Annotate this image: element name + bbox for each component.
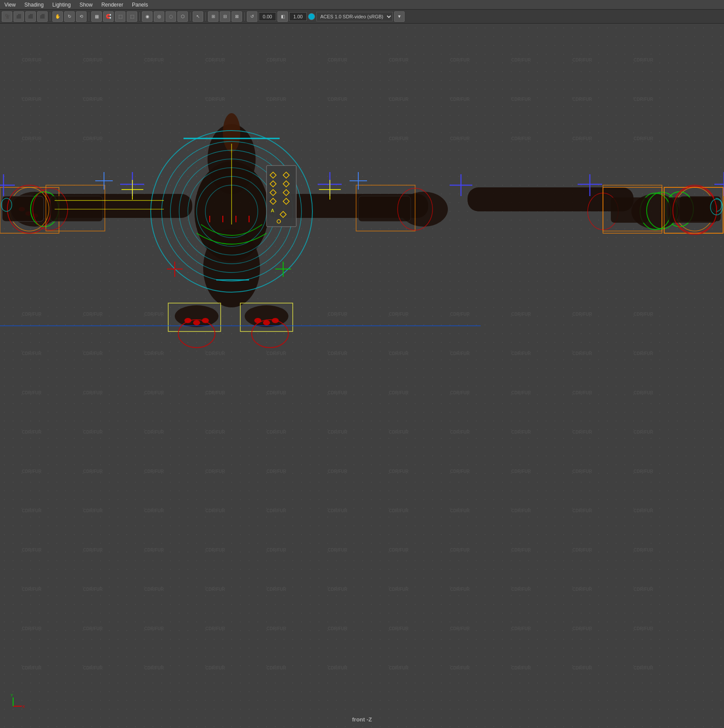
axis-indicator: X Y (9, 689, 31, 711)
toolbar-btn-d[interactable]: ◎ (154, 11, 164, 22)
svg-rect-31 (50, 196, 103, 221)
toolbar-btn-camera[interactable]: 🎥 (2, 11, 12, 22)
toolbar: 🎥 ⬛ ⬛ ⬛ ✋ ↻ ⟲ ▦ 🧲 ⬚ ⬚ ◉ ◎ ◌ ⬡ ↖ ⊞ ⊟ ⊠ ↺ … (0, 10, 724, 24)
toolbar-input-1[interactable]: 0.00 (259, 12, 276, 21)
view-label: front -Z (352, 716, 372, 723)
toolbar-btn-scale[interactable]: ⟲ (76, 11, 87, 22)
menu-panels[interactable]: Panels (130, 1, 150, 9)
svg-rect-91 (611, 197, 648, 223)
toolbar-btn-dropdown-arrow[interactable]: ▼ (394, 11, 405, 22)
menu-renderer[interactable]: Renderer (100, 1, 125, 9)
far-left-cross (0, 174, 15, 196)
viewport[interactable]: CDR/FUR CDR/FUR CDR/FUR CDR/FUR CDR/FUR … (0, 24, 724, 728)
toolbar-btn-view3[interactable]: ⬛ (37, 11, 48, 22)
toolbar-colorspace-dropdown[interactable]: ACES 1.0 SDR-video (sRGB) (316, 12, 393, 21)
sep5 (205, 12, 206, 21)
toolbar-btn-snap[interactable]: 🧲 (103, 11, 114, 22)
svg-rect-70 (267, 166, 296, 227)
svg-rect-49 (468, 187, 634, 211)
menu-bar: View Shading Lighting Show Renderer Pane… (0, 0, 724, 10)
svg-point-13 (254, 318, 261, 323)
toolbar-input-2[interactable]: 1.00 (289, 12, 307, 21)
toolbar-btn-h[interactable]: ⊟ (220, 11, 230, 22)
center-control-panel: A (267, 166, 296, 227)
svg-text:X: X (22, 704, 25, 709)
menu-show[interactable]: Show (78, 1, 94, 9)
toolbar-btn-i[interactable]: ⊠ (232, 11, 242, 22)
far-right-cross (450, 174, 472, 196)
toolbar-btn-rotate[interactable]: ↻ (64, 11, 75, 22)
toolbar-btn-g[interactable]: ⊞ (208, 11, 218, 22)
toolbar-btn-view1[interactable]: ⬛ (14, 11, 24, 22)
svg-point-11 (193, 320, 200, 325)
svg-point-14 (263, 320, 270, 325)
svg-rect-36 (358, 196, 411, 221)
toolbar-btn-select[interactable]: ↖ (193, 11, 203, 22)
scene-svg: A (0, 24, 724, 728)
toolbar-btn-colorspace-icon[interactable] (308, 13, 315, 20)
toolbar-btn-f[interactable]: ⬡ (177, 11, 188, 22)
svg-text:Y: Y (10, 693, 13, 697)
svg-text:A: A (271, 208, 274, 213)
toolbar-btn-j[interactable]: ◧ (277, 11, 288, 22)
sep3 (139, 12, 140, 21)
menu-lighting[interactable]: Lighting (51, 1, 73, 9)
menu-view[interactable]: View (3, 1, 17, 9)
svg-rect-94 (669, 197, 717, 223)
toolbar-btn-c[interactable]: ◉ (142, 11, 152, 22)
toolbar-btn-grid[interactable]: ▦ (91, 11, 102, 22)
toolbar-btn-e[interactable]: ◌ (166, 11, 176, 22)
sep1 (50, 12, 50, 21)
toolbar-btn-move[interactable]: ✋ (52, 11, 63, 22)
menu-shading[interactable]: Shading (23, 1, 45, 9)
toolbar-btn-b[interactable]: ⬚ (127, 11, 137, 22)
toolbar-btn-refresh[interactable]: ↺ (247, 11, 257, 22)
toolbar-btn-view2[interactable]: ⬛ (25, 11, 36, 22)
toolbar-btn-a[interactable]: ⬚ (115, 11, 125, 22)
sep6 (244, 12, 245, 21)
sep4 (190, 12, 191, 21)
sep2 (89, 12, 89, 21)
